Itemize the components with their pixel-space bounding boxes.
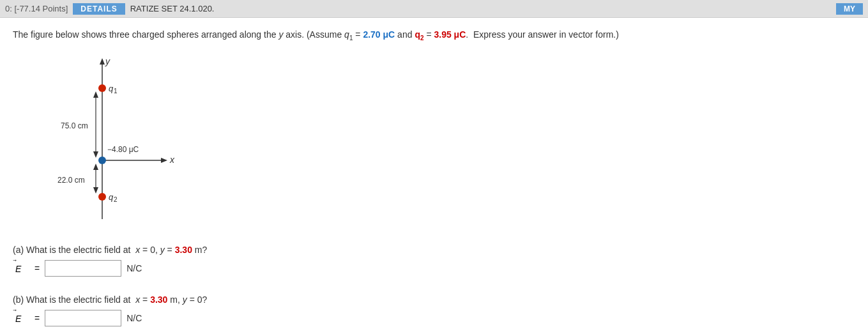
svg-text:y: y [105,56,110,66]
part-a-e-label: ⃗ E [15,262,29,274]
svg-marker-15 [93,91,98,98]
q1-unit: μC [383,29,395,40]
details-button[interactable]: DETAILS [73,3,125,15]
svg-text:−4.80 μC: −4.80 μC [107,145,139,154]
part-b-e-label: ⃗ E [15,312,29,324]
part-a-equals: = [34,263,40,273]
svg-text:75.0 cm: 75.0 cm [61,121,88,130]
svg-marker-19 [93,164,98,170]
part-a-section: (a) What is the electric field at x = 0,… [13,245,855,277]
and-word: q [415,29,420,40]
q2-unit: μC [454,29,466,40]
part-b-section: (b) What is the electric field at x = 3.… [13,295,855,326]
svg-marker-4 [161,158,167,163]
part-b-equals: = [34,313,40,323]
my-button[interactable]: MY [836,3,863,15]
svg-marker-18 [93,187,98,194]
breadcrumb-prefix: 0: [-77.14 Points] [5,4,68,13]
part-b-e-char: E [15,312,21,324]
diagram-area: y x q 1 q 2 75.0 cm [26,53,855,232]
part-a-input[interactable] [45,260,121,277]
q2-value: 3.95 [434,29,451,40]
svg-text:1: 1 [114,88,118,95]
part-b-question: (b) What is the electric field at x = 3.… [13,295,855,305]
part-a-answer-row: ⃗ E = N/C [15,260,855,277]
part-a-y-val: 3.30 [175,245,192,255]
part-a-question: (a) What is the electric field at x = 0,… [13,245,855,255]
svg-text:q: q [109,192,114,202]
part-b-x-val: 3.30 [150,295,167,305]
part-b-input[interactable] [45,310,121,326]
svg-point-10 [98,193,106,201]
svg-text:22.0 cm: 22.0 cm [57,176,85,185]
svg-point-9 [98,157,106,164]
part-a-unit: N/C [126,263,142,273]
problem-ref: RATIZE SET 24.1.020. [130,4,215,13]
svg-text:x: x [169,155,175,165]
svg-marker-14 [93,151,98,158]
diagram-svg: y x q 1 q 2 75.0 cm [26,53,192,232]
problem-statement: The figure below shows three charged sph… [13,28,855,43]
part-b-unit: N/C [126,313,142,323]
svg-point-6 [98,84,106,92]
part-a-e-char: E [15,262,21,274]
svg-marker-1 [100,58,105,65]
top-bar: 0: [-77.14 Points] DETAILS RATIZE SET 24… [0,0,868,18]
q1-value: 2.70 [363,29,380,40]
main-content: The figure below shows three charged sph… [0,18,868,329]
svg-text:2: 2 [114,196,118,203]
svg-text:q: q [109,84,114,93]
part-b-answer-row: ⃗ E = N/C [15,310,855,326]
